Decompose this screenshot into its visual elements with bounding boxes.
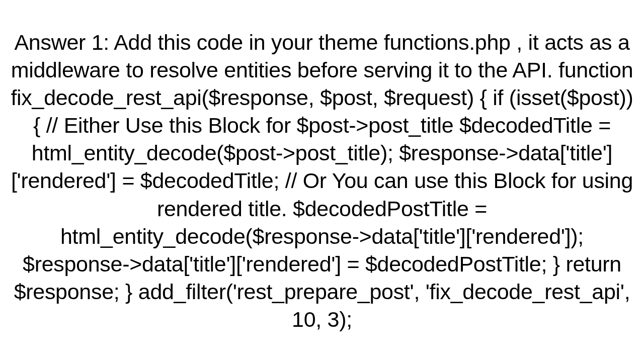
answer-text: Answer 1: Add this code in your theme fu… [0, 29, 644, 333]
